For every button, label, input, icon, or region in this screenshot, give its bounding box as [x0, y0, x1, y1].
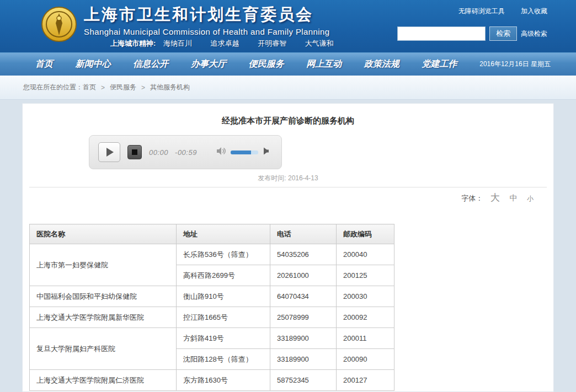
volume-icon[interactable]: [216, 147, 226, 158]
col-header-zip: 邮政编码: [337, 224, 394, 244]
cell-phone: 25078999: [270, 307, 337, 328]
header-search: 检索 高级检索: [397, 26, 547, 41]
cell-phone: 33189900: [270, 328, 337, 349]
table-row: 上海市第一妇婴保健院 长乐路536号（筛查） 54035206 200040: [30, 244, 394, 265]
cell-hospital: 上海交通大学医学院附属新华医院: [30, 307, 177, 328]
table-row: 上海交通大学医学院附属仁济医院 东方路1630号 58752345 200127: [30, 370, 394, 391]
volume-controls: [216, 147, 269, 158]
player-time: 00:00 -00:59: [149, 148, 197, 157]
col-header-hospital: 医院名称: [30, 224, 177, 244]
time-current: 00:00: [149, 148, 168, 157]
nav-item-home[interactable]: 首页: [35, 58, 53, 70]
breadcrumb: 您现在所在的位置： 首页 > 便民服务 > 其他服务机构: [0, 76, 576, 100]
page: 上海市卫生和计划生育委员会 Shanghai Municipal Commiss…: [0, 0, 576, 392]
cell-zip: 200040: [337, 244, 394, 265]
site-logo-emblem-icon: [41, 6, 77, 42]
volume-slider-fill: [231, 151, 251, 154]
col-header-phone: 电话: [270, 224, 337, 244]
cell-phone: 58752345: [270, 370, 337, 391]
cell-phone: 20261000: [270, 265, 337, 286]
table-row: 上海交通大学医学院附属新华医院 控江路1665号 25078999 200092: [30, 307, 394, 328]
volume-slider[interactable]: [231, 151, 258, 154]
cell-hospital: 中国福利会国际和平妇幼保健院: [30, 286, 177, 307]
advanced-search-link[interactable]: 高级检索: [521, 29, 547, 39]
hospital-table: 医院名称 地址 电话 邮政编码 上海市第一妇婴保健院 长乐路536号（筛查） 5…: [29, 224, 394, 391]
cell-zip: 200011: [337, 328, 394, 349]
play-icon: [106, 148, 114, 157]
cell-address: 控江路1665号: [177, 307, 270, 328]
header-top-links: 无障碍浏览工具 加入收藏: [444, 7, 547, 16]
cell-address: 长乐路536号（筛查）: [177, 244, 270, 265]
main-nav: 首页 新闻中心 信息公开 办事大厅 便民服务 网上互动 政策法规 党建工作 20…: [0, 52, 576, 76]
cell-address: 方斜路419号: [177, 328, 270, 349]
publish-time: 发布时间: 2016-4-13: [23, 174, 553, 183]
content-card: 经批准本市开展产前诊断的服务机构 00:00 -00:59: [22, 103, 554, 392]
cell-address: 高科西路2699号: [177, 265, 270, 286]
cell-zip: 200030: [337, 286, 394, 307]
cell-phone: 64070434: [270, 286, 337, 307]
nav-date: 2016年12月16日 星期五: [479, 60, 551, 69]
cell-phone: 33189900: [270, 349, 337, 370]
font-size-small-button[interactable]: 小: [527, 195, 534, 202]
nav-item-news[interactable]: 新闻中心: [76, 58, 111, 70]
cell-zip: 200127: [337, 370, 394, 391]
table-head: 医院名称 地址 电话 邮政编码: [30, 224, 394, 244]
col-header-address: 地址: [177, 224, 270, 244]
city-spirit-label: 上海城市精神:: [110, 39, 156, 47]
nav-item-online-interaction[interactable]: 网上互动: [306, 58, 342, 70]
nav-item-service-hall[interactable]: 办事大厅: [191, 58, 226, 70]
font-size-label: 字体：: [461, 194, 483, 202]
search-input[interactable]: [397, 26, 486, 41]
breadcrumb-separator: >: [141, 84, 145, 92]
breadcrumb-current: 其他服务机构: [150, 83, 190, 92]
nav-item-info-disclosure[interactable]: 信息公开: [133, 58, 168, 70]
audio-player: 00:00 -00:59: [89, 135, 282, 169]
breadcrumb-separator: >: [101, 84, 105, 92]
add-favorite-link[interactable]: 加入收藏: [521, 7, 547, 15]
city-spirit-item: 海纳百川: [163, 39, 192, 47]
nav-item-public-service[interactable]: 便民服务: [249, 58, 284, 70]
cell-hospital: 复旦大学附属妇产科医院: [30, 328, 177, 370]
breadcrumb-label: 您现在所在的位置：: [23, 83, 83, 92]
stop-button[interactable]: [127, 145, 142, 159]
city-spirit-item: 追求卓越: [211, 39, 239, 47]
cell-hospital: 上海市第一妇婴保健院: [30, 244, 177, 286]
city-spirit-item: 开明睿智: [258, 39, 286, 47]
nav-item-party-building[interactable]: 党建工作: [422, 58, 457, 70]
table-header-row: 医院名称 地址 电话 邮政编码: [30, 224, 394, 244]
table-row: 复旦大学附属妇产科医院 方斜路419号 33189900 200011: [30, 328, 394, 349]
cell-address: 东方路1630号: [177, 370, 270, 391]
breadcrumb-home[interactable]: 首页: [83, 83, 96, 92]
play-button[interactable]: [98, 142, 120, 162]
search-button[interactable]: 检索: [489, 26, 517, 41]
cell-zip: 200090: [337, 349, 394, 370]
cell-address: 衡山路910号: [177, 286, 270, 307]
page-title: 经批准本市开展产前诊断的服务机构: [23, 104, 553, 126]
site-title-block: 上海市卫生和计划生育委员会 Shanghai Municipal Commiss…: [84, 4, 329, 36]
city-spirit-line: 上海城市精神: 海纳百川 追求卓越 开明睿智 大气谦和: [110, 39, 350, 49]
cell-zip: 200125: [337, 265, 394, 286]
cell-zip: 200092: [337, 307, 394, 328]
stop-icon: [132, 149, 137, 155]
table-body: 上海市第一妇婴保健院 长乐路536号（筛查） 54035206 200040 高…: [30, 244, 394, 391]
cell-hospital: 上海交通大学医学院附属仁济医院: [30, 370, 177, 391]
cell-address: 沈阳路128号（筛查）: [177, 349, 270, 370]
font-size-large-button[interactable]: 大: [490, 192, 500, 203]
city-spirit-item: 大气谦和: [305, 39, 334, 47]
font-size-selector: 字体： 大 中 小: [23, 187, 553, 204]
site-header: 上海市卫生和计划生育委员会 Shanghai Municipal Commiss…: [0, 0, 576, 52]
site-title: 上海市卫生和计划生育委员会: [84, 4, 329, 26]
time-remaining: -00:59: [175, 148, 197, 157]
site-subtitle: Shanghai Municipal Commission of Health …: [84, 27, 329, 36]
site-logo[interactable]: [41, 6, 77, 42]
font-size-medium-button[interactable]: 中: [509, 194, 517, 202]
cell-phone: 54035206: [270, 244, 337, 265]
hospital-table-wrapper: 医院名称 地址 电话 邮政编码 上海市第一妇婴保健院 长乐路536号（筛查） 5…: [29, 224, 553, 391]
accessibility-link[interactable]: 无障碍浏览工具: [458, 7, 505, 15]
speaker-icon[interactable]: [263, 147, 269, 157]
breadcrumb-public-service[interactable]: 便民服务: [110, 83, 136, 92]
table-row: 中国福利会国际和平妇幼保健院 衡山路910号 64070434 200030: [30, 286, 394, 307]
volume-slider-track: [251, 151, 258, 154]
nav-item-policies[interactable]: 政策法规: [364, 58, 399, 70]
